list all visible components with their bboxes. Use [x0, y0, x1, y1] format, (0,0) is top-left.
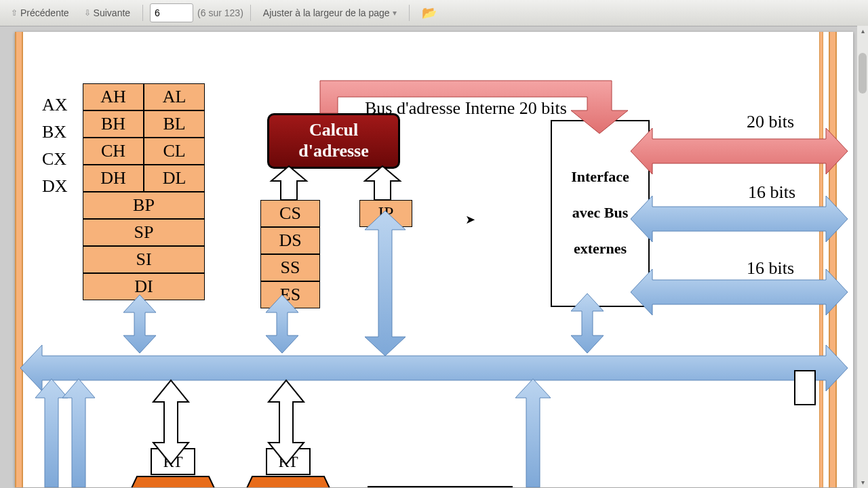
- rt-box-1: RT: [151, 448, 195, 475]
- segment-register-table: CS DS SS ES: [260, 200, 320, 308]
- page-border-right: [829, 32, 837, 487]
- prev-label: Précédente: [20, 7, 69, 18]
- rt-box-2: RT: [266, 448, 311, 475]
- scroll-thumb[interactable]: [859, 53, 867, 94]
- reg-cl: CL: [144, 138, 205, 165]
- svg-rect-9: [795, 371, 815, 405]
- ext-addr-top: 20 bits: [716, 112, 825, 132]
- separator: [250, 5, 251, 21]
- zoom-select[interactable]: Ajuster à la largeur de la page▾: [258, 5, 402, 21]
- prev-button[interactable]: ⇧Précédente: [5, 5, 75, 21]
- reg-dl: DL: [144, 165, 205, 192]
- reg-bh: BH: [83, 110, 144, 138]
- reg-al: AL: [144, 83, 205, 110]
- data-bus-internal-label: Bus de données Interne 16 bits: [278, 359, 543, 382]
- page-count: (6 sur 123): [197, 7, 243, 18]
- reg-di: DI: [83, 273, 205, 300]
- label-ax: AX: [42, 92, 68, 119]
- pdf-toolbar: ⇧Précédente ⇩Suivante (6 sur 123) Ajuste…: [0, 0, 868, 26]
- calc-l2: d'adresse: [269, 140, 398, 161]
- codage-block: Codage: [368, 486, 513, 487]
- scroll-up-icon[interactable]: ▴: [857, 26, 868, 37]
- page-border-left: [15, 32, 23, 487]
- reg-dh: DH: [83, 165, 144, 192]
- arrow-down-icon: ⇩: [84, 8, 91, 18]
- reg-si: SI: [83, 246, 205, 273]
- iface-l1: Interface: [552, 159, 648, 195]
- next-button[interactable]: ⇩Suivante: [79, 5, 136, 21]
- register-pair-labels: AX BX CX DX: [42, 92, 68, 200]
- ext-addr-main: Bus d'adresse: [685, 143, 785, 164]
- ext-ctrl-top: 16 bits: [717, 182, 826, 203]
- open-button[interactable]: 📂: [416, 3, 442, 23]
- label-cx: CX: [42, 146, 68, 173]
- register-table: AHAL BHBL CHCL DHDL BP SP SI DI: [83, 83, 205, 300]
- reg-bl: BL: [144, 110, 205, 138]
- chevron-down-icon: ▾: [393, 8, 397, 18]
- calc-l1: Calcul: [269, 119, 398, 140]
- ext-ctrl-main: Bus de contrôle: [678, 209, 793, 230]
- reg-ds: DS: [260, 227, 320, 254]
- arrow-up-icon: ⇧: [11, 8, 18, 18]
- iface-l2: avec Bus: [552, 195, 648, 231]
- label-bx: BX: [42, 119, 68, 146]
- scrollbar[interactable]: ▴ ▾: [857, 26, 868, 488]
- address-calc-block: Calcul d'adresse: [267, 113, 400, 169]
- label-dx: DX: [42, 173, 68, 200]
- page-canvas: AX BX CX DX AHAL BHBL CHCL DHDL BP SP SI…: [15, 32, 853, 487]
- reg-bp: BP: [83, 192, 205, 219]
- reg-ss: SS: [260, 254, 320, 281]
- reg-sp: SP: [83, 219, 205, 246]
- zoom-label: Ajuster à la largeur de la page: [263, 7, 390, 18]
- addr-bus-internal-label: Bus d'adresse Interne 20 bits: [365, 98, 567, 119]
- ext-data-main: Bus de données: [677, 283, 791, 304]
- reg-es: ES: [260, 281, 320, 308]
- external-bus-interface: Interface avec Bus externes: [551, 120, 650, 307]
- separator: [409, 5, 410, 21]
- ext-data-top: 16 bits: [716, 258, 825, 279]
- reg-ip: IP: [359, 200, 412, 227]
- iface-l3: externes: [552, 231, 648, 267]
- scroll-down-icon[interactable]: ▾: [857, 477, 868, 488]
- next-label: Suivante: [94, 7, 130, 18]
- reg-ah: AH: [83, 83, 144, 110]
- reg-ch: CH: [83, 138, 144, 165]
- page-input[interactable]: [150, 3, 193, 22]
- reg-cs: CS: [260, 200, 320, 227]
- mouse-cursor-icon: ➤: [465, 212, 475, 227]
- folder-icon: 📂: [422, 5, 437, 20]
- separator: [142, 5, 143, 21]
